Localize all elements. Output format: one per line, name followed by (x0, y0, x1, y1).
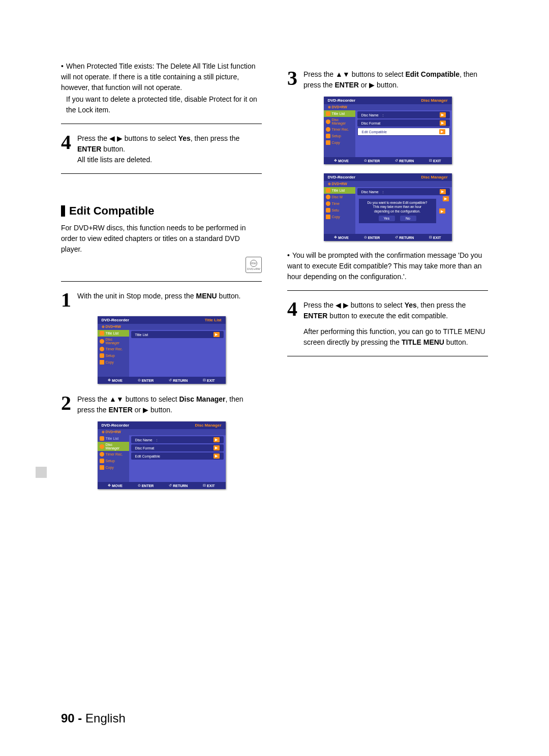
divider (61, 173, 262, 174)
leftright-icon: ◀ ▶ (336, 301, 349, 309)
osd-confirm-dialog: Do you want to execute Edit compatible? … (358, 198, 437, 224)
arrow-right-icon: ▶ (214, 332, 220, 337)
osd-screenshot-4: DVD-Recorder Disc Manager ⊚ DVD+RW Title… (324, 173, 452, 241)
left-icon: ◀ ▶ (109, 134, 123, 142)
left-step-2: 2 Press the ▲▼ buttons to select Disc Ma… (61, 393, 262, 415)
dialog-yes-button[interactable]: Yes (379, 216, 395, 221)
bullet-icon: • (287, 250, 292, 261)
sidebar-item-disc-manager: Disc Manager (98, 442, 129, 451)
sidebar-item-timer-rec: Timer Rec. (98, 346, 129, 352)
sidebar-item-time: Time (324, 200, 355, 207)
divider (287, 290, 488, 291)
step-text: Press the ▲▼ buttons to select Disc Mana… (77, 393, 262, 415)
osd-context: Title List (205, 318, 222, 322)
section-description: For DVD+RW discs, this function needs to… (61, 223, 262, 255)
step-text: Press the ◀ ▶ buttons to select Yes, the… (77, 132, 262, 165)
sidebar-item-copy: Copy (324, 214, 355, 220)
osd-main: Title List▶ (129, 330, 226, 377)
divider (61, 124, 262, 124)
step-text: Press the ◀ ▶ buttons to select Yes, the… (303, 299, 488, 348)
right-column: 3 Press the ▲▼ buttons to select Edit Co… (287, 61, 488, 498)
sidebar-item-setup: Setup (98, 352, 129, 359)
sidebar-item-title-list: Title List (98, 330, 129, 337)
protected-bullet-text: When Protected Title exists: The Delete … (61, 62, 255, 92)
divider (61, 281, 262, 282)
step-text: Press the ▲▼ buttons to select Edit Comp… (303, 68, 488, 90)
updown-icon: ▲▼ (109, 395, 124, 403)
osd-screenshot-3: DVD-Recorder Disc Manager ⊚ DVD+RW Title… (324, 97, 452, 164)
step-number: 4 (287, 299, 297, 319)
divider (287, 356, 488, 356)
step-number: 3 (287, 68, 297, 88)
disc-icon: ⊚ (102, 325, 105, 328)
step-number: 1 (61, 290, 71, 310)
sidebar-item-timer-rec: Timer Rec. (324, 126, 355, 133)
prompt-bullet: •You will be prompted with the confirmat… (287, 250, 488, 282)
page-footer: 90 - English (61, 711, 126, 725)
side-tab-marker (36, 467, 47, 478)
arrow-right-icon: ▶ (439, 208, 445, 214)
osd-title: DVD-Recorder (102, 318, 130, 322)
dvdrw-icon: RW DVD+RW (246, 257, 262, 273)
section-bar-icon (61, 205, 65, 217)
sidebar-item-copy: Copy (324, 139, 355, 146)
step-text: With the unit in Stop mode, press the ME… (77, 290, 240, 301)
osd-screenshot-1: DVD-Recorder Title List ⊚ DVD+RW Title L… (98, 316, 226, 384)
step-number: 4 (61, 132, 71, 153)
left-step-4: 4 Press the ◀ ▶ buttons to select Yes, t… (61, 132, 262, 165)
exit-icon: ⊟ (203, 378, 206, 382)
section-title: Edit Compatible (69, 204, 154, 218)
right-icon: ▶ (143, 406, 148, 414)
sidebar-item-setup: Setup (324, 133, 355, 139)
sidebar-item-copy: Copy (98, 359, 129, 366)
osd-screenshot-2: DVD-Recorder Disc Manager ⊚ DVD+RW Title… (98, 421, 226, 489)
sidebar-item-setu: Setu (324, 207, 355, 214)
sidebar-item-disc-manager: Disc Manager (324, 117, 355, 126)
left-step-1: 1 With the unit in Stop mode, press the … (61, 290, 262, 310)
dialog-no-button[interactable]: No (400, 216, 416, 221)
step-number: 2 (61, 393, 71, 413)
sidebar-item-disc-manager: Disc Manager (98, 337, 129, 346)
osd-sidebar: Title List Disc Manager Timer Rec. Setup… (98, 330, 129, 377)
move-icon: ✥ (108, 378, 111, 382)
bullet-icon: • (61, 61, 66, 72)
protected-disable-note: If you want to delete a protected title,… (61, 94, 262, 115)
enter-icon: ⊙ (138, 378, 141, 382)
protected-title-note: •When Protected Title exists: The Delete… (61, 61, 262, 115)
right-step-4: 4 Press the ◀ ▶ buttons to select Yes, t… (287, 299, 488, 348)
left-column: •When Protected Title exists: The Delete… (61, 61, 262, 498)
sidebar-item-title-list: Title List (98, 435, 129, 442)
return-icon: ↺ (169, 378, 172, 382)
right-step-3: 3 Press the ▲▼ buttons to select Edit Co… (287, 68, 488, 90)
updown-icon: ▲▼ (336, 70, 350, 78)
right-icon: ▶ (369, 81, 375, 89)
sidebar-item-setup: Setup (98, 458, 129, 464)
sidebar-item-copy: Copy (98, 464, 129, 471)
sidebar-item-title-list: Title List (324, 187, 355, 194)
sidebar-item-disc: Disc M (324, 194, 355, 200)
section-heading: Edit Compatible (61, 204, 262, 218)
sidebar-item-title-list: Title List (324, 110, 355, 117)
sidebar-item-timer-rec: Timer Rec. (98, 451, 129, 458)
